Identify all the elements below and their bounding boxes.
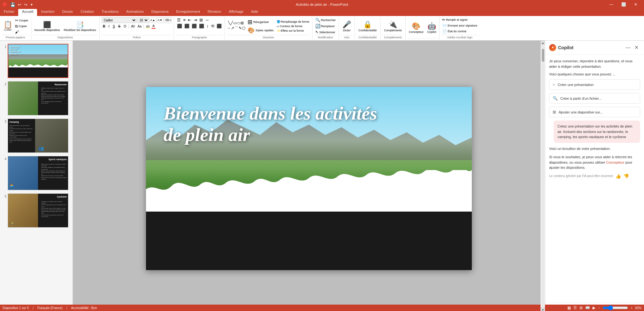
format-painter-button[interactable]: 🖌 — [14, 29, 29, 35]
text-dir-btn[interactable]: ⟲ — [210, 23, 215, 29]
scroll-down-btn[interactable]: ▼ — [541, 307, 545, 311]
copilot-minimize-btn[interactable]: — — [624, 44, 632, 51]
col-btn[interactable]: ⊞ — [198, 17, 204, 23]
redo-btn[interactable]: ↪ — [23, 2, 28, 8]
quick-styles-button[interactable]: 🎨 Styles rapides — [247, 27, 275, 34]
tab-affichage[interactable]: Affichage — [225, 9, 247, 16]
slide-thumbnail-5[interactable]: 🚴 Cyclisme Cycling is an excellent way t… — [8, 193, 68, 228]
copilot-concepteur-link[interactable]: Concepteur — [606, 160, 625, 164]
strikethrough-btn[interactable]: S̶ — [117, 24, 122, 29]
align-center-btn[interactable]: ⬛ — [183, 23, 190, 29]
underline-btn[interactable]: S — [111, 24, 116, 28]
slide-panel[interactable]: 1 Bienvenuedans lesactivités deplein air… — [0, 41, 73, 311]
smartart-btn[interactable]: ⬛ — [216, 23, 223, 29]
tab-transitions[interactable]: Transitions — [98, 9, 122, 16]
shape-line2[interactable]: ╱ — [231, 21, 233, 25]
suggestion-2[interactable]: 🔍 Créer à partir d'un fichier... — [549, 93, 640, 104]
save-btn[interactable]: 💾 — [10, 2, 16, 8]
align-right-btn[interactable]: ⬛ — [191, 23, 198, 29]
tab-aide[interactable]: Aide — [247, 9, 262, 16]
send-sign-button[interactable]: 📨 Envoyer pour signature — [441, 23, 478, 28]
shape-free[interactable]: ✎ — [239, 26, 242, 31]
fill-sign-button[interactable]: ✏ Remplir et signer — [441, 17, 478, 22]
shape-arrow2[interactable]: ↗ — [231, 26, 234, 31]
font-color-btn[interactable]: A — [151, 24, 156, 29]
tab-animations[interactable]: Animations — [122, 9, 147, 16]
slide-thumb-4[interactable]: 4 🚣 Sports nautiques Water sports provid… — [1, 155, 71, 191]
bullets-btn[interactable]: ☰ — [176, 17, 182, 23]
suggestion-1[interactable]: ○ Créer une présentation — [549, 79, 640, 90]
tab-enregistrement[interactable]: Enregistrement — [172, 9, 204, 16]
shape-fill-button[interactable]: 🪣 Remplissage de forme — [276, 20, 310, 24]
clear-format-btn[interactable]: ⌫A — [164, 17, 172, 23]
view-sorter-btn[interactable]: ⊞ — [579, 306, 583, 310]
confidentiality-button[interactable]: 🔒 Confidentialité — [357, 20, 378, 33]
slide-thumb-3[interactable]: 3 👥 Camping Camping provides a fun get-a… — [1, 118, 71, 153]
tab-dessin[interactable]: Dessin — [58, 9, 77, 16]
font-decrease-btn[interactable]: A▼ — [157, 17, 164, 23]
scroll-up-btn[interactable]: ▲ — [541, 41, 545, 45]
slide-thumbnail-4[interactable]: 🚣 Sports nautiques Water sports provide … — [8, 156, 68, 190]
shape-line[interactable]: ╲ — [228, 21, 230, 25]
replace-button[interactable]: 🔄 Remplacer — [314, 23, 337, 29]
copilot-close-btn[interactable]: ✕ — [633, 44, 640, 51]
zoom-minus[interactable]: − — [598, 306, 600, 310]
view-reading-btn[interactable]: 📖 — [585, 306, 590, 310]
shadow-btn[interactable]: O — [122, 24, 128, 28]
font-size-select[interactable]: 18 — [137, 17, 149, 23]
shape-outline-button[interactable]: ▭ Contour de forme — [276, 24, 310, 28]
view-normal-btn[interactable]: ▦ — [567, 306, 571, 310]
tab-revision[interactable]: Révision — [204, 9, 225, 16]
slide-title[interactable]: Bienvenue dans les activités de plein ai… — [164, 103, 387, 145]
reorganize-button[interactable]: ⊞ Réorganiser — [247, 18, 275, 26]
line-spacing-btn[interactable]: ↕ — [205, 23, 210, 29]
shape-curve[interactable]: ⌒ — [234, 26, 238, 31]
scroll-thumb-v[interactable] — [542, 49, 544, 62]
font-name-select[interactable]: Calibri — [102, 17, 137, 23]
view-outline-btn[interactable]: ☰ — [573, 306, 577, 310]
slide-thumb-5[interactable]: 5 🚴 Cyclisme Cycling is an excellent way… — [1, 193, 71, 228]
char-spacing-btn[interactable]: AV — [130, 24, 136, 28]
thumbs-down-btn[interactable]: 👎 — [624, 174, 629, 179]
font-increase-btn[interactable]: A▲ — [150, 17, 156, 23]
select-button[interactable]: ↖ Sélectionner — [314, 29, 337, 35]
copy-button[interactable]: ⧉ Copier — [14, 24, 29, 29]
slide-thumb-2[interactable]: 2 Randonnée Hiking is a great way to exp… — [1, 81, 71, 116]
close-btn[interactable]: ✕ — [630, 0, 641, 9]
tab-creation[interactable]: Création — [77, 9, 98, 16]
shape-poly[interactable]: ⬠ — [242, 26, 245, 31]
case-btn[interactable]: Aa — [137, 24, 142, 28]
suggestion-3[interactable]: ⊞ Ajouter une diapositive sur... — [549, 107, 640, 117]
shape-arrow[interactable]: → — [227, 26, 231, 31]
highlight-btn[interactable]: ab — [145, 24, 151, 28]
shape-rect[interactable]: ▭ — [233, 21, 237, 25]
cut-button[interactable]: ✂ Couper — [14, 18, 29, 23]
tab-diaporama[interactable]: Diaporama — [148, 9, 172, 16]
tab-fichier[interactable]: Fichier — [0, 9, 18, 16]
reuse-slides-button[interactable]: 📑 Réutiliser les diapositives — [63, 20, 97, 32]
undo-btn[interactable]: ↩ — [17, 2, 22, 8]
zoom-plus[interactable]: + — [631, 306, 632, 310]
slide-thumb-1[interactable]: 1 Bienvenuedans lesactivités deplein air — [1, 43, 71, 79]
slide-thumbnail-1[interactable]: Bienvenuedans lesactivités deplein air — [8, 44, 68, 78]
view-slideshow-btn[interactable]: ▶ — [593, 306, 595, 310]
shape-effects-button[interactable]: ✨ Effets sur la forme — [276, 29, 310, 33]
designer-button[interactable]: 🎨 Concepteur — [408, 21, 425, 34]
zoom-slider[interactable] — [602, 305, 628, 310]
italic-btn[interactable]: I — [107, 24, 111, 28]
shape-oval[interactable]: ⬭ — [237, 21, 240, 25]
slide-thumbnail-3[interactable]: 👥 Camping Camping provides a fun get-awa… — [8, 119, 68, 153]
tab-insertion[interactable]: Insertion — [37, 9, 58, 16]
minimize-btn[interactable]: — — [606, 0, 617, 9]
shape-more[interactable]: ⊞ — [241, 21, 244, 25]
new-slide-button[interactable]: ⬛ Nouvelle diapositive — [33, 20, 61, 32]
slide-thumbnail-2[interactable]: Randonnée Hiking is a great way to explo… — [8, 81, 68, 115]
copilot-toolbar-button[interactable]: 🤖 Copilot — [426, 21, 437, 34]
dictate-button[interactable]: 🎤 Dicter — [341, 20, 353, 33]
zoom-level[interactable]: 60% — [635, 306, 641, 310]
rtl-btn[interactable]: ↔ — [204, 17, 210, 23]
align-left-btn[interactable]: ⬛ — [176, 23, 183, 29]
tab-accueil[interactable]: Accueil — [18, 9, 37, 16]
contract-button[interactable]: 📄 État du contrat — [441, 29, 478, 34]
bold-btn[interactable]: B — [102, 24, 107, 28]
